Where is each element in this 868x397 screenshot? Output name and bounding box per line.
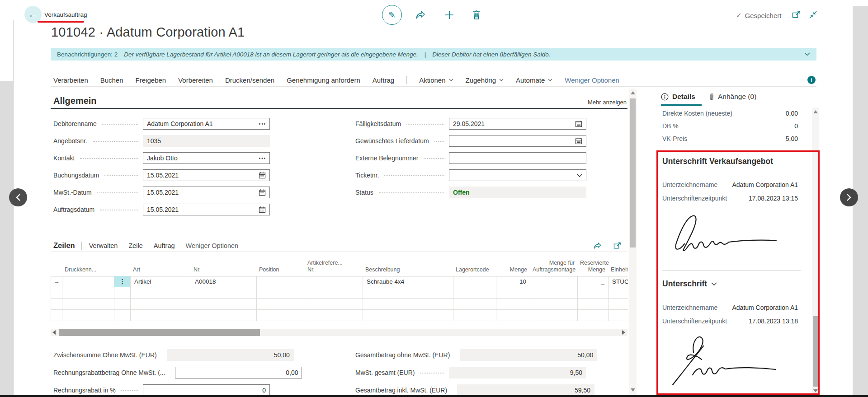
calendar-icon[interactable] bbox=[259, 189, 266, 196]
scroll-up-icon[interactable] bbox=[813, 110, 818, 113]
cell-lagerortcode[interactable] bbox=[453, 276, 496, 287]
info-icon[interactable]: i bbox=[807, 76, 816, 84]
scroll-down-icon[interactable] bbox=[631, 388, 635, 392]
gewuenschtes-lieferdatum-field[interactable] bbox=[449, 135, 586, 147]
cell-position[interactable] bbox=[257, 276, 305, 287]
cell-druckkenn[interactable] bbox=[62, 276, 114, 287]
cell-reservierte-menge[interactable]: _ bbox=[578, 276, 609, 287]
col-header-druckkenn[interactable]: Druckkenn... bbox=[62, 266, 114, 276]
menu-automate[interactable]: Automate bbox=[516, 76, 552, 84]
totals-right-column: Gesamtbetrag ohne MwSt. (EUR) 50,00 MwSt… bbox=[355, 349, 586, 397]
field-value: 15.05.2021 bbox=[147, 172, 256, 179]
col-header-art[interactable]: Art bbox=[130, 266, 191, 276]
field-label: Kontakt bbox=[53, 154, 75, 162]
lookup-ellipsis-icon[interactable] bbox=[259, 157, 266, 159]
angebotsnr-field: 1035 bbox=[143, 135, 270, 147]
menu-vorbereiten[interactable]: Vorbereiten bbox=[178, 76, 213, 84]
menu-aktionen[interactable]: Aktionen bbox=[419, 76, 453, 84]
buchungsdatum-field[interactable]: 15.05.2021 bbox=[143, 169, 270, 181]
lines-heading[interactable]: Zeilen bbox=[53, 241, 75, 250]
col-header-einheit[interactable]: Einheit bbox=[608, 266, 627, 276]
lookup-ellipsis-icon[interactable] bbox=[259, 123, 266, 125]
col-header-menge-auftragsmontage[interactable]: Menge für Auftragsmontage bbox=[530, 260, 577, 276]
factbox-row-direkte-kosten: Direkte Kosten (neueste) 0,00 bbox=[662, 107, 798, 120]
notification-chevron-icon[interactable] bbox=[804, 52, 810, 56]
cell-selector-dots-icon[interactable]: ⋮ bbox=[114, 276, 131, 287]
menu-genehmigung-anfordern[interactable]: Genehmigung anfordern bbox=[287, 76, 360, 84]
lines-menu-weniger-optionen[interactable]: Weniger Optionen bbox=[186, 242, 239, 249]
scrollbar-thumb[interactable] bbox=[59, 329, 260, 336]
table-row[interactable]: → ⋮ Artikel A00018 Schraube 4x4 10 _ STÜ… bbox=[51, 276, 628, 287]
col-header-menge[interactable]: Menge bbox=[496, 266, 530, 276]
lines-toolbar: Zeilen Verwalten Zeile Auftrag Weniger O… bbox=[51, 239, 627, 252]
notification-count[interactable]: Benachrichtigungen: 2 bbox=[57, 51, 118, 58]
page-title: 101042 · Adatum Corporation A1 bbox=[51, 25, 245, 40]
menu-auftrag[interactable]: Auftrag bbox=[373, 76, 394, 84]
rechnungsrabattbetrag-field[interactable]: 0,00 bbox=[175, 367, 302, 378]
scroll-up-icon[interactable] bbox=[631, 91, 635, 94]
main-vertical-scrollbar[interactable] bbox=[629, 89, 637, 395]
breadcrumb[interactable]: Verkaufsauftrag bbox=[44, 11, 87, 18]
mwst-datum-field[interactable]: 15.05.2021 bbox=[143, 187, 270, 198]
notification-bar[interactable]: Benachrichtigungen: 2 Der verfügbare Lag… bbox=[51, 48, 816, 61]
section-heading-allgemein[interactable]: Allgemein bbox=[53, 96, 97, 106]
menu-drucken-senden[interactable]: Drucken/senden bbox=[225, 76, 274, 84]
cell-menge-auftragsmontage[interactable] bbox=[530, 276, 578, 287]
field-value: Adatum Corporation A1 bbox=[147, 120, 256, 127]
calendar-icon[interactable] bbox=[575, 120, 582, 127]
calendar-icon[interactable] bbox=[259, 206, 266, 213]
calendar-icon[interactable] bbox=[575, 137, 582, 145]
carousel-prev-button[interactable] bbox=[9, 188, 27, 206]
total-row-gesamt-ohne-mwst: Gesamtbetrag ohne MwSt. (EUR) 50,00 bbox=[355, 349, 586, 361]
open-in-new-window-button[interactable] bbox=[792, 11, 801, 19]
col-header-beschreibung[interactable]: Beschreibung bbox=[363, 266, 453, 276]
show-more-link[interactable]: Mehr anzeigen bbox=[524, 99, 627, 106]
col-header-nr[interactable]: Nr. bbox=[191, 266, 256, 276]
col-header-position[interactable]: Position bbox=[256, 266, 305, 276]
table-row-empty[interactable] bbox=[51, 299, 628, 310]
menu-weniger-optionen[interactable]: Weniger Optionen bbox=[565, 76, 619, 84]
select-chevron-icon[interactable] bbox=[577, 174, 582, 177]
share-icon[interactable] bbox=[593, 242, 602, 249]
popout-icon[interactable] bbox=[613, 242, 621, 249]
faelligkeitsdatum-field[interactable]: 29.05.2021 bbox=[449, 118, 586, 130]
kontakt-field[interactable]: Jakob Otto bbox=[143, 152, 270, 164]
cell-nr[interactable]: A00018 bbox=[191, 276, 257, 287]
table-row-empty[interactable] bbox=[51, 287, 628, 299]
menu-verarbeiten[interactable]: Verarbeiten bbox=[53, 76, 88, 84]
calendar-icon[interactable] bbox=[259, 172, 266, 179]
scrollbar-thumb[interactable] bbox=[630, 98, 636, 248]
lines-menu-auftrag[interactable]: Auftrag bbox=[154, 242, 175, 249]
auftragsdatum-field[interactable]: 15.05.2021 bbox=[143, 204, 270, 215]
carousel-next-button[interactable] bbox=[840, 188, 858, 206]
share-button[interactable] bbox=[415, 10, 426, 19]
cell-art[interactable]: Artikel bbox=[131, 276, 191, 287]
dotted-leader bbox=[104, 175, 138, 176]
menu-freigeben[interactable]: Freigeben bbox=[136, 76, 166, 84]
menu-buchen[interactable]: Buchen bbox=[100, 76, 123, 84]
table-row-empty[interactable] bbox=[51, 310, 628, 321]
edit-button[interactable]: ✎ bbox=[382, 5, 402, 25]
col-header-lagerortcode[interactable]: Lagerortcode bbox=[453, 266, 496, 276]
col-header-reservierte-menge[interactable]: Reservierte Menge bbox=[577, 260, 608, 276]
lines-menu-verwalten[interactable]: Verwalten bbox=[89, 242, 118, 249]
ticketnr-field[interactable] bbox=[449, 169, 586, 181]
tab-details[interactable]: Details bbox=[661, 93, 695, 101]
scroll-right-icon[interactable] bbox=[622, 330, 625, 335]
lines-menu-zeile[interactable]: Zeile bbox=[128, 242, 142, 249]
cell-menge[interactable]: 10 bbox=[496, 276, 530, 287]
externe-belegnummer-field[interactable] bbox=[449, 152, 586, 164]
table-horizontal-scrollbar[interactable] bbox=[51, 329, 627, 336]
collapse-window-button[interactable] bbox=[809, 11, 817, 19]
cell-einheit[interactable]: STÜCK bbox=[609, 276, 628, 287]
scroll-left-icon[interactable] bbox=[52, 330, 56, 335]
field-label: Auftragsdatum bbox=[53, 206, 94, 213]
debitorenname-field[interactable]: Adatum Corporation A1 bbox=[143, 118, 270, 130]
menu-zugehoerig[interactable]: Zugehörig bbox=[466, 76, 504, 84]
delete-button[interactable] bbox=[472, 9, 481, 20]
tab-attachments[interactable]: Anhänge (0) bbox=[709, 93, 756, 101]
cell-beschreibung[interactable]: Schraube 4x4 bbox=[363, 276, 453, 287]
col-header-artikelreferenz[interactable]: Artikelrefere... Nr. bbox=[305, 260, 363, 276]
cell-artikelreferenz[interactable] bbox=[305, 276, 363, 287]
new-button[interactable] bbox=[444, 9, 455, 20]
